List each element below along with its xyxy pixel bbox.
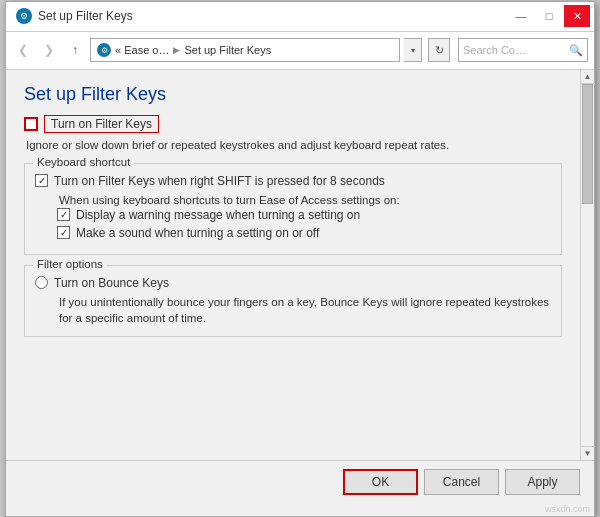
refresh-button[interactable]: ↻ [428, 38, 450, 62]
window-title: Set up Filter Keys [38, 9, 133, 23]
up-button[interactable]: ↑ [64, 39, 86, 61]
keyboard-shortcut-group: Keyboard shortcut Turn on Filter Keys wh… [24, 163, 562, 255]
back-button[interactable]: ❮ [12, 39, 34, 61]
search-icon[interactable]: 🔍 [569, 44, 583, 57]
address-field[interactable]: ⚙ « Ease o… ▶ Set up Filter Keys [90, 38, 400, 62]
sub-description-indent: When using keyboard shortcuts to turn Ea… [57, 192, 551, 240]
bounce-keys-row: Turn on Bounce Keys [35, 276, 551, 290]
filter-keys-row: Turn on Filter Keys [24, 115, 562, 133]
title-bar-buttons: — □ ✕ [508, 5, 590, 27]
breadcrumb-icon: ⚙ [97, 43, 111, 57]
title-bar: ⚙ Set up Filter Keys — □ ✕ [6, 2, 594, 32]
main-shortcut-label: Turn on Filter Keys when right SHIFT is … [54, 174, 385, 188]
filter-options-content: Turn on Bounce Keys If you unintentional… [35, 276, 551, 326]
scroll-down-arrow[interactable]: ▼ [581, 446, 595, 460]
keyboard-shortcut-content: Turn on Filter Keys when right SHIFT is … [35, 174, 551, 240]
bounce-description-indent: If you unintentionally bounce your finge… [57, 294, 551, 326]
address-dropdown-button[interactable]: ▾ [404, 38, 422, 62]
breadcrumb-ease: « Ease o… [115, 44, 169, 56]
sub-checkbox2-label: Make a sound when turning a setting on o… [76, 226, 319, 240]
filter-keys-checkbox[interactable] [24, 117, 38, 131]
bounce-description: If you unintentionally bounce your finge… [59, 294, 551, 326]
scroll-thumb[interactable] [582, 84, 593, 204]
main-content: Set up Filter Keys Turn on Filter Keys I… [6, 70, 580, 460]
maximize-button[interactable]: □ [536, 5, 562, 27]
cancel-button[interactable]: Cancel [424, 469, 499, 495]
main-shortcut-checkbox[interactable] [35, 174, 48, 187]
title-bar-left: ⚙ Set up Filter Keys [16, 8, 133, 24]
apply-button[interactable]: Apply [505, 469, 580, 495]
breadcrumb-page: Set up Filter Keys [184, 44, 271, 56]
content-area: Set up Filter Keys Turn on Filter Keys I… [6, 70, 594, 460]
scroll-track [581, 84, 594, 446]
main-shortcut-row: Turn on Filter Keys when right SHIFT is … [35, 174, 551, 188]
window-icon: ⚙ [16, 8, 32, 24]
filter-options-label: Filter options [33, 258, 107, 270]
footer: OK Cancel Apply [6, 460, 594, 504]
sub-checkbox1-label: Display a warning message when turning a… [76, 208, 360, 222]
bounce-keys-label: Turn on Bounce Keys [54, 276, 169, 290]
search-field[interactable]: Search Co… 🔍 [458, 38, 588, 62]
page-title: Set up Filter Keys [24, 84, 562, 105]
forward-button[interactable]: ❯ [38, 39, 60, 61]
sub-checkbox2[interactable] [57, 226, 70, 239]
bounce-keys-radio[interactable] [35, 276, 48, 289]
ok-button[interactable]: OK [343, 469, 418, 495]
filter-keys-label[interactable]: Turn on Filter Keys [44, 115, 159, 133]
sub-checkbox1-row: Display a warning message when turning a… [57, 208, 551, 222]
scrollbar[interactable]: ▲ ▼ [580, 70, 594, 460]
keyboard-shortcut-label: Keyboard shortcut [33, 156, 134, 168]
sub-checkbox1[interactable] [57, 208, 70, 221]
scroll-up-arrow[interactable]: ▲ [581, 70, 595, 84]
address-bar: ❮ ❯ ↑ ⚙ « Ease o… ▶ Set up Filter Keys ▾… [6, 32, 594, 70]
filter-options-group: Filter options Turn on Bounce Keys If yo… [24, 265, 562, 337]
filter-keys-description: Ignore or slow down brief or repeated ke… [26, 137, 562, 153]
sub-checkbox2-row: Make a sound when turning a setting on o… [57, 226, 551, 240]
search-placeholder: Search Co… [463, 44, 565, 56]
sub-description: When using keyboard shortcuts to turn Ea… [59, 192, 551, 208]
breadcrumb-arrow: ▶ [173, 45, 180, 55]
minimize-button[interactable]: — [508, 5, 534, 27]
watermark: wsxdn.com [6, 504, 594, 516]
main-window: ⚙ Set up Filter Keys — □ ✕ ❮ ❯ ↑ ⚙ « Eas… [5, 1, 595, 517]
close-button[interactable]: ✕ [564, 5, 590, 27]
